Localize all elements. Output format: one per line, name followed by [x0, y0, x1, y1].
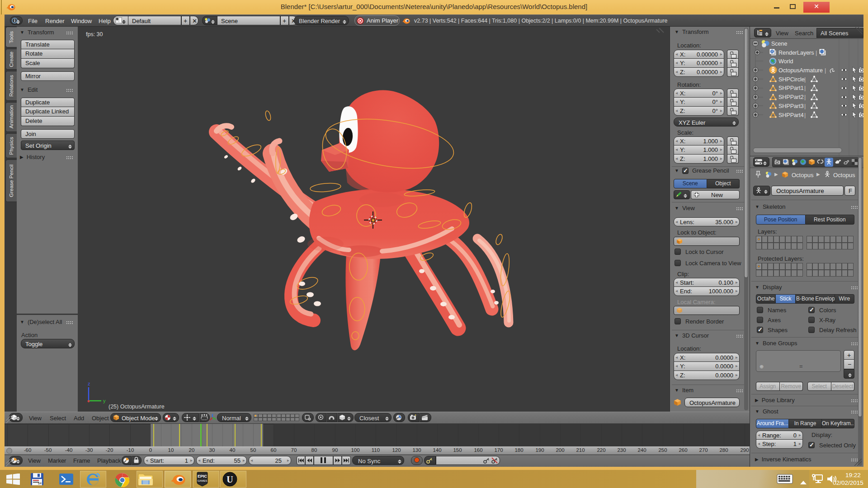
svg-text:y: y — [103, 398, 106, 404]
svg-text:z: z — [88, 382, 90, 386]
svg-text:|: | — [816, 50, 817, 56]
svg-text:SHPPart4: SHPPart4 — [778, 112, 804, 118]
svg-text:World: World — [778, 58, 793, 65]
svg-text:|: | — [825, 67, 826, 74]
svg-text:SHPPart2: SHPPart2 — [778, 94, 804, 100]
svg-text:Scene: Scene — [771, 41, 787, 47]
svg-text:OctopusArmature: OctopusArmature — [778, 67, 823, 74]
svg-text:EPIC: EPIC — [198, 474, 208, 479]
svg-text:U: U — [226, 474, 233, 484]
svg-text:RenderLayers: RenderLayers — [778, 50, 814, 56]
svg-text:|: | — [804, 94, 806, 100]
svg-text:|: | — [804, 85, 806, 91]
svg-text:GAMES: GAMES — [198, 479, 208, 482]
svg-text:|: | — [804, 103, 806, 109]
svg-text:64: 64 — [38, 482, 42, 485]
svg-text:SHPPart1: SHPPart1 — [778, 85, 804, 91]
svg-text:SHPCircle: SHPCircle — [778, 76, 805, 83]
svg-text:SHPPart3: SHPPart3 — [778, 103, 804, 109]
svg-text:|: | — [804, 112, 806, 118]
svg-text:|: | — [804, 76, 806, 83]
